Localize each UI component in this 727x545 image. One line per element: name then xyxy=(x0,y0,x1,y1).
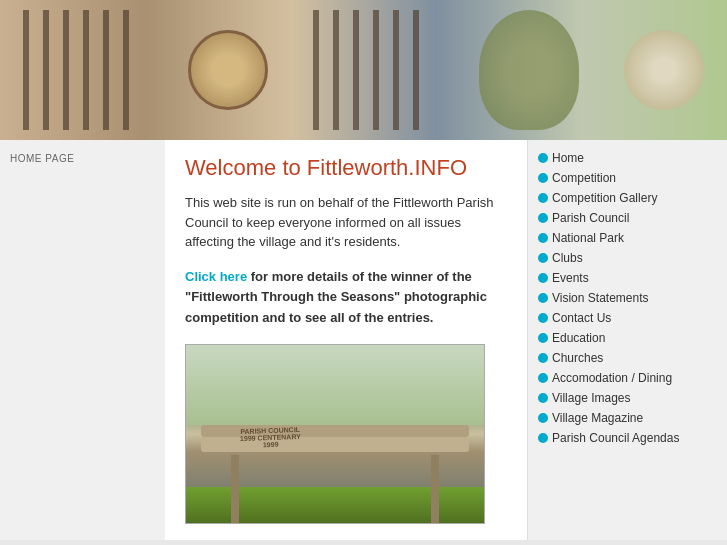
nav-item-label: Village Magazine xyxy=(552,411,643,425)
nav-item-churches[interactable]: Churches xyxy=(538,348,717,368)
nav-item-competition-gallery[interactable]: Competition Gallery xyxy=(538,188,717,208)
nav-bullet-icon xyxy=(538,153,548,163)
nav-bullet-icon xyxy=(538,313,548,323)
nav-item-label: Competition Gallery xyxy=(552,191,657,205)
nav-bullet-icon xyxy=(538,373,548,383)
nav-item-label: Events xyxy=(552,271,589,285)
intro-paragraph: This web site is run on behalf of the Fi… xyxy=(185,193,507,252)
nav-bullet-icon xyxy=(538,333,548,343)
main-wrapper: HOME PAGE Welcome to Fittleworth.INFO Th… xyxy=(0,140,727,540)
left-sidebar: HOME PAGE xyxy=(0,140,165,540)
nav-item-competition[interactable]: Competition xyxy=(538,168,717,188)
bench-right-leg xyxy=(431,455,439,523)
bench-image-inner: PARISH COUNCIL 1999 CENTENARY 1999 xyxy=(186,345,484,523)
nav-item-education[interactable]: Education xyxy=(538,328,717,348)
nav-item-label: Parish Council Agendas xyxy=(552,431,679,445)
nav-item-contact-us[interactable]: Contact Us xyxy=(538,308,717,328)
page-title: Welcome to Fittleworth.INFO xyxy=(185,155,507,181)
nav-bullet-icon xyxy=(538,173,548,183)
banner-dandelion-decoration xyxy=(624,30,704,110)
nav-item-parish-council[interactable]: Parish Council xyxy=(538,208,717,228)
nav-item-label: Contact Us xyxy=(552,311,611,325)
nav-item-label: Parish Council xyxy=(552,211,629,225)
nav-item-home[interactable]: Home xyxy=(538,148,717,168)
nav-bullet-icon xyxy=(538,273,548,283)
header-banner xyxy=(0,0,727,140)
nav-bullet-icon xyxy=(538,393,548,403)
nav-item-accomodation--dining[interactable]: Accomodation / Dining xyxy=(538,368,717,388)
nav-item-label: Education xyxy=(552,331,605,345)
nav-item-village-magazine[interactable]: Village Magazine xyxy=(538,408,717,428)
right-sidebar: HomeCompetitionCompetition GalleryParish… xyxy=(527,140,727,540)
breadcrumb: HOME PAGE xyxy=(10,153,74,164)
bench-inscription: PARISH COUNCIL 1999 CENTENARY 1999 xyxy=(239,426,301,449)
nav-item-label: Churches xyxy=(552,351,603,365)
nav-item-clubs[interactable]: Clubs xyxy=(538,248,717,268)
banner-image xyxy=(0,0,727,140)
banner-plant-decoration xyxy=(479,10,579,130)
bench-sky xyxy=(186,345,484,425)
nav-item-national-park[interactable]: National Park xyxy=(538,228,717,248)
nav-item-label: National Park xyxy=(552,231,624,245)
click-here-link[interactable]: Click here xyxy=(185,269,247,284)
nav-item-label: Vision Statements xyxy=(552,291,649,305)
click-here-paragraph: Click here for more details of the winne… xyxy=(185,267,507,329)
nav-bullet-icon xyxy=(538,193,548,203)
banner-circle-decoration xyxy=(188,30,268,110)
nav-item-label: Clubs xyxy=(552,251,583,265)
nav-bullet-icon xyxy=(538,233,548,243)
nav-item-parish-council-agendas[interactable]: Parish Council Agendas xyxy=(538,428,717,448)
nav-bullet-icon xyxy=(538,213,548,223)
nav-bullet-icon xyxy=(538,433,548,443)
nav-item-label: Village Images xyxy=(552,391,631,405)
nav-item-label: Home xyxy=(552,151,584,165)
nav-bullet-icon xyxy=(538,413,548,423)
nav-item-label: Competition xyxy=(552,171,616,185)
bench-image: PARISH COUNCIL 1999 CENTENARY 1999 xyxy=(185,344,485,524)
nav-item-label: Accomodation / Dining xyxy=(552,371,672,385)
bench-left-leg xyxy=(231,455,239,523)
content-area: Welcome to Fittleworth.INFO This web sit… xyxy=(165,140,527,540)
banner-fence-decoration xyxy=(23,10,143,130)
banner-fence2-decoration xyxy=(313,10,433,130)
nav-bullet-icon xyxy=(538,293,548,303)
nav-item-vision-statements[interactable]: Vision Statements xyxy=(538,288,717,308)
nav-item-village-images[interactable]: Village Images xyxy=(538,388,717,408)
nav-bullet-icon xyxy=(538,253,548,263)
nav-item-events[interactable]: Events xyxy=(538,268,717,288)
nav-bullet-icon xyxy=(538,353,548,363)
